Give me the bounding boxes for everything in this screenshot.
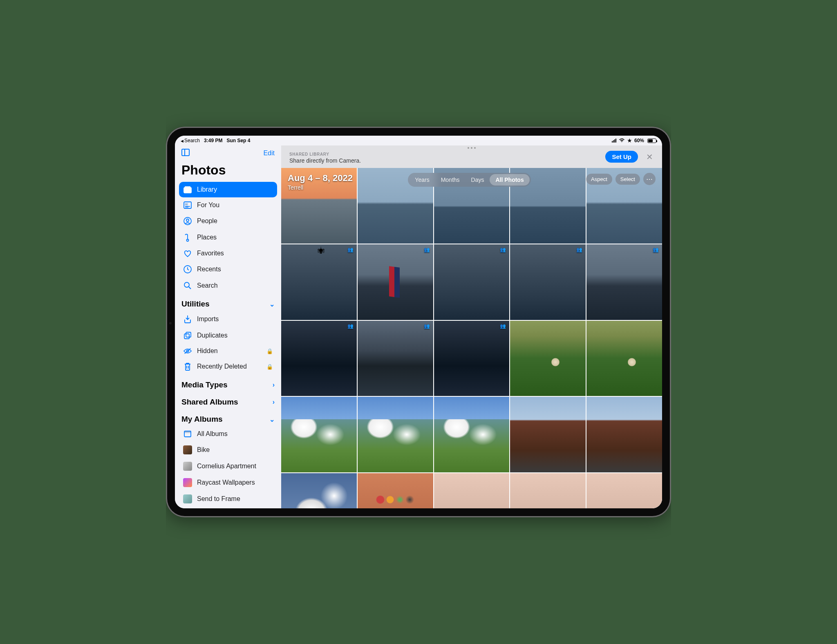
sidebar-item-recents[interactable]: Recents xyxy=(179,261,277,277)
sidebar-item-hidden[interactable]: Hidden🔒 xyxy=(179,344,277,358)
more-button[interactable]: ⋯ xyxy=(643,173,656,185)
photo-cell[interactable]: 👥 xyxy=(358,321,433,396)
segment-all-photos[interactable]: All Photos xyxy=(490,174,529,186)
svg-rect-3 xyxy=(185,203,188,205)
places-icon xyxy=(183,233,192,242)
sidebar-item-duplicates[interactable]: Duplicates xyxy=(179,327,277,344)
photo-cell[interactable] xyxy=(510,321,586,396)
status-back[interactable]: Search xyxy=(181,138,200,143)
sidebar-item-favorites[interactable]: Favorites xyxy=(179,246,277,261)
aspect-button[interactable]: Aspect xyxy=(586,174,612,185)
sidebar-item-places[interactable]: Places xyxy=(179,229,277,246)
segment-years[interactable]: Years xyxy=(409,174,435,186)
view-segmented-control[interactable]: YearsMonthsDaysAll Photos xyxy=(408,173,530,187)
sidebar-item-people[interactable]: People xyxy=(179,213,277,229)
main: SHARED LIBRARY Share directly from Camer… xyxy=(281,145,662,508)
shared-icon: 👥 xyxy=(424,247,430,253)
svg-point-6 xyxy=(187,239,189,242)
photo-cell[interactable] xyxy=(434,473,510,508)
photo-cell[interactable]: 👥 xyxy=(510,244,586,320)
sidebar-album-cornelius-apartment[interactable]: Cornelius Apartment xyxy=(179,458,277,474)
photo-cell[interactable]: 👥 xyxy=(358,244,433,320)
sidebar-item-label: Bike xyxy=(197,446,210,454)
edit-button[interactable]: Edit xyxy=(262,149,275,158)
sidebar-item-label: Places xyxy=(197,234,217,241)
segment-months[interactable]: Months xyxy=(435,174,465,186)
section-my-albums-label: My Albums xyxy=(181,415,223,424)
section-media-types-label: Media Types xyxy=(181,380,228,389)
chevron-right-icon: › xyxy=(273,381,275,389)
photo-cell[interactable]: 👥 xyxy=(281,321,357,396)
cellular-icon xyxy=(612,139,616,143)
photo-cell[interactable] xyxy=(510,473,586,508)
trash-icon xyxy=(183,362,192,371)
photo-cell[interactable]: 👥 xyxy=(434,244,510,320)
album-thumb xyxy=(183,445,192,454)
photo-cell[interactable] xyxy=(510,397,586,472)
photo-cell[interactable]: 👥 xyxy=(586,244,662,320)
photo-cell[interactable] xyxy=(281,397,357,472)
photo-cell[interactable] xyxy=(586,321,662,396)
battery-icon xyxy=(647,139,656,143)
photo-cell[interactable] xyxy=(358,397,433,472)
shared-icon: 👥 xyxy=(500,247,506,253)
sidebar-album-all-albums[interactable]: All Albums xyxy=(179,426,277,442)
sidebar: Edit Photos LibraryFor YouPeoplePlacesFa… xyxy=(175,145,281,508)
sidebar-toggle-button[interactable] xyxy=(181,148,190,159)
sidebar-item-for-you[interactable]: For You xyxy=(179,197,277,213)
sidebar-album-send-to-frame[interactable]: Send to Frame xyxy=(179,491,277,507)
chevron-right-icon: › xyxy=(273,398,275,406)
section-shared-albums[interactable]: Shared Albums › xyxy=(179,392,277,409)
panel-icon xyxy=(181,149,190,156)
location: Terrell xyxy=(288,184,353,191)
page-title: Photos xyxy=(179,161,277,182)
photo-cell[interactable] xyxy=(281,473,357,508)
close-banner-button[interactable]: ✕ xyxy=(644,152,656,162)
album-icon xyxy=(183,430,192,438)
sidebar-item-recently-deleted[interactable]: Recently Deleted🔒 xyxy=(179,358,277,375)
segment-days[interactable]: Days xyxy=(465,174,490,186)
photo-cell[interactable] xyxy=(358,473,433,508)
banner-subtitle: Share directly from Camera. xyxy=(289,157,600,164)
select-button[interactable]: Select xyxy=(615,174,640,185)
section-my-albums[interactable]: My Albums ⌄ xyxy=(179,409,277,426)
sidebar-item-label: Send to Frame xyxy=(197,495,240,503)
sidebar-item-library[interactable]: Library xyxy=(179,182,277,197)
sidebar-album-bike[interactable]: Bike xyxy=(179,442,277,458)
album-thumb xyxy=(183,478,192,487)
photo-cell[interactable] xyxy=(434,397,510,472)
photo-cell[interactable]: 👥 xyxy=(434,321,510,396)
section-utilities[interactable]: Utilities ⌄ xyxy=(179,294,277,311)
app: Edit Photos LibraryFor YouPeoplePlacesFa… xyxy=(175,145,662,508)
battery-pct: 60% xyxy=(634,138,644,143)
svg-rect-13 xyxy=(184,431,191,433)
sidebar-album-raycast-wallpapers[interactable]: Raycast Wallpapers xyxy=(179,474,277,491)
banner-label: SHARED LIBRARY xyxy=(289,152,600,157)
shared-icon: 👥 xyxy=(347,323,354,329)
section-utilities-label: Utilities xyxy=(181,300,210,309)
photo-cell[interactable]: 👥 xyxy=(281,244,357,320)
shared-library-banner: SHARED LIBRARY Share directly from Camer… xyxy=(281,145,662,168)
import-icon xyxy=(183,315,192,324)
status-date: Sun Sep 4 xyxy=(226,138,250,143)
sidebar-item-imports[interactable]: Imports xyxy=(179,311,277,327)
clock-icon xyxy=(183,265,192,274)
photo-cell[interactable] xyxy=(586,473,662,508)
sidebar-item-label: Recents xyxy=(197,266,221,273)
section-media-types[interactable]: Media Types › xyxy=(179,375,277,392)
wifi-icon xyxy=(619,138,625,144)
photo-grid-scroll[interactable]: Aug 4 – 8, 2022 Terrell YearsMonthsDaysA… xyxy=(281,168,662,508)
shared-icon: 👥 xyxy=(347,247,354,253)
date-range: Aug 4 – 8, 2022 xyxy=(288,173,353,183)
grabber-icon[interactable] xyxy=(468,147,476,149)
sidebar-item-label: Imports xyxy=(197,315,219,323)
setup-button[interactable]: Set Up xyxy=(605,151,638,163)
album-thumb xyxy=(183,462,192,471)
status-bar: Search 3:49 PM Sun Sep 4 ★ 60% xyxy=(175,136,662,145)
date-header: Aug 4 – 8, 2022 Terrell xyxy=(288,173,353,191)
lock-icon: 🔒 xyxy=(266,364,273,370)
library-icon xyxy=(183,186,192,194)
sidebar-item-search[interactable]: Search xyxy=(179,277,277,294)
chevron-down-icon: ⌄ xyxy=(269,416,275,423)
photo-cell[interactable] xyxy=(586,397,662,472)
